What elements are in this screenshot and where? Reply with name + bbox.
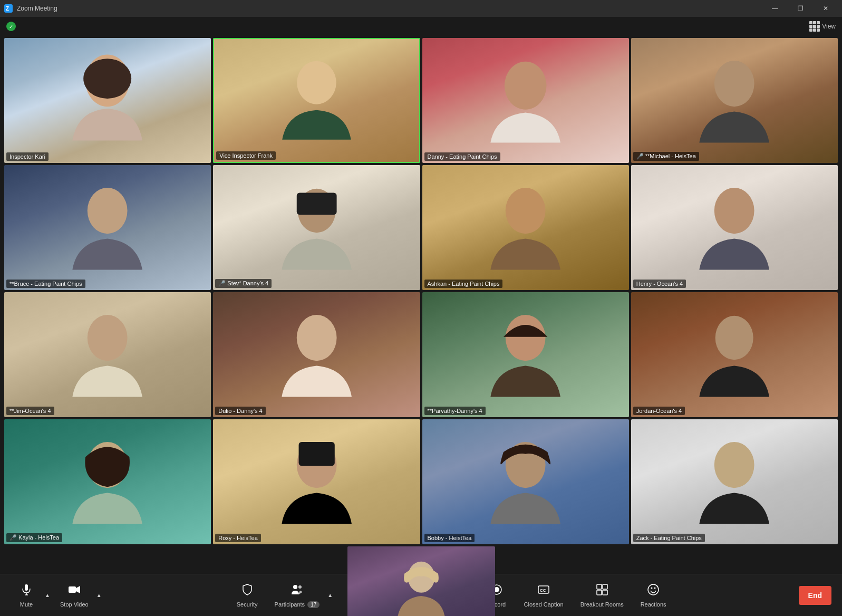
video-cell-bruce[interactable]: **Bruce - Eating Paint Chips bbox=[4, 165, 211, 290]
participant-label-roxy: Roxy - HeisTea bbox=[215, 534, 261, 542]
participant-label-inspector-kari: Inspector Kari bbox=[6, 152, 49, 161]
security-shield-icon: ✓ bbox=[6, 22, 16, 31]
mute-label: Mute bbox=[20, 601, 33, 608]
grid-view-icon bbox=[809, 21, 820, 32]
participants-button[interactable]: Participants 17 bbox=[269, 580, 325, 611]
video-cell-jim[interactable]: **Jim-Ocean's 4 bbox=[4, 292, 211, 417]
maximize-button[interactable]: ❐ bbox=[788, 0, 812, 17]
video-cell-bobby[interactable]: Bobby - HeistTea bbox=[422, 419, 629, 544]
video-cell-zack[interactable]: Zack - Eating Paint Chips bbox=[631, 419, 838, 544]
participant-label-jordan: Jordan-Ocean's 4 bbox=[633, 407, 685, 415]
video-cell-michael[interactable]: 🎤 **Michael - HeisTea bbox=[631, 38, 838, 163]
closed-caption-icon: CC bbox=[537, 583, 550, 599]
end-button[interactable]: End bbox=[799, 586, 831, 605]
reactions-label: Reactions bbox=[641, 601, 666, 608]
microphone-icon bbox=[20, 583, 33, 599]
video-cell-danny[interactable]: Danny - Eating Paint Chips bbox=[422, 38, 629, 163]
titlebar-left: Z Zoom Meeting bbox=[4, 4, 57, 13]
participant-image bbox=[672, 178, 796, 278]
svg-point-4 bbox=[297, 61, 336, 104]
svg-text:Z: Z bbox=[6, 6, 9, 12]
security-button[interactable]: Security bbox=[231, 580, 263, 611]
video-cell-steve[interactable]: 🎤 Stev* Danny's 4 bbox=[213, 165, 420, 290]
participant-label-ashkan: Ashkan - Eating Paint Chips bbox=[424, 280, 503, 288]
view-button[interactable]: View bbox=[809, 21, 836, 32]
breakout-rooms-icon bbox=[596, 583, 608, 599]
participant-image bbox=[45, 305, 169, 405]
svg-point-12 bbox=[88, 315, 128, 361]
stop-video-group[interactable]: Stop Video ▲ bbox=[55, 580, 104, 611]
video-cell-vice-inspector-frank[interactable]: Vice Inspector Frank bbox=[213, 38, 420, 163]
view-label: View bbox=[822, 23, 836, 30]
participant-label-dulio: Dulio - Danny's 4 bbox=[215, 407, 265, 415]
video-cell-dulio[interactable]: Dulio - Danny's 4 bbox=[213, 292, 420, 417]
participant-label-henry: Henry - Ocean's 4 bbox=[633, 280, 686, 288]
participants-count-badge: 17 bbox=[307, 601, 320, 608]
video-cell-kayla[interactable]: 🎤 Kayla - HeisTea bbox=[4, 419, 211, 544]
stop-video-button[interactable]: Stop Video bbox=[55, 580, 94, 611]
participant-label-zack: Zack - Eating Paint Chips bbox=[633, 534, 705, 542]
participants-icon bbox=[291, 583, 303, 599]
video-cell-parvathy[interactable]: **Parvathy-Danny's 4 bbox=[422, 292, 629, 417]
participant-image bbox=[672, 305, 796, 405]
svg-point-13 bbox=[296, 315, 336, 361]
video-cell-roxy[interactable]: Roxy - HeisTea bbox=[213, 419, 420, 544]
participant-label-parvathy: **Parvathy-Danny's 4 bbox=[424, 407, 486, 415]
participant-image bbox=[255, 51, 378, 149]
participant-image bbox=[463, 305, 587, 405]
mute-group[interactable]: Mute ▲ bbox=[11, 580, 53, 611]
svg-point-5 bbox=[505, 62, 547, 110]
svg-point-44 bbox=[651, 587, 653, 589]
mute-caret[interactable]: ▲ bbox=[42, 585, 53, 606]
video-cell-henry[interactable]: Henry - Ocean's 4 bbox=[631, 165, 838, 290]
svg-rect-41 bbox=[597, 590, 602, 595]
participant-image bbox=[255, 432, 379, 532]
svg-point-20 bbox=[714, 441, 754, 487]
mute-button[interactable]: Mute bbox=[11, 580, 42, 611]
closed-caption-button[interactable]: CC Closed Caption bbox=[519, 580, 569, 611]
svg-rect-40 bbox=[603, 584, 607, 589]
svg-text:+: + bbox=[656, 584, 659, 589]
participant-image bbox=[377, 555, 466, 616]
reactions-icon: + bbox=[647, 583, 660, 599]
participant-image bbox=[255, 305, 379, 405]
titlebar-title: Zoom Meeting bbox=[17, 5, 57, 12]
participant-label-michael: 🎤 **Michael - HeisTea bbox=[633, 152, 699, 161]
video-cell-ashkan[interactable]: Ashkan - Eating Paint Chips bbox=[422, 165, 629, 290]
toolbar-right: End bbox=[799, 586, 831, 605]
breakout-rooms-button[interactable]: Breakout Rooms bbox=[575, 580, 629, 611]
main-video-area: Inspector Kari Vice Inspector Frank Dann… bbox=[0, 36, 842, 574]
participant-image bbox=[45, 51, 169, 151]
video-cell-jordan[interactable]: Jordan-Ocean's 4 bbox=[631, 292, 838, 417]
zoom-logo-icon: Z bbox=[4, 4, 13, 13]
participant-image bbox=[255, 178, 379, 278]
stop-video-label: Stop Video bbox=[60, 601, 89, 608]
participant-image bbox=[463, 51, 587, 151]
svg-rect-42 bbox=[603, 590, 607, 595]
topbar: ✓ View bbox=[0, 17, 842, 36]
participant-image bbox=[672, 51, 796, 151]
svg-point-3 bbox=[84, 59, 132, 99]
titlebar: Z Zoom Meeting — ❐ ✕ bbox=[0, 0, 842, 17]
svg-rect-25 bbox=[69, 586, 76, 593]
participant-image bbox=[45, 178, 169, 278]
svg-rect-39 bbox=[597, 584, 602, 589]
video-cell-inspector-kari[interactable]: Inspector Kari bbox=[4, 38, 211, 163]
security-icon bbox=[241, 583, 254, 599]
titlebar-controls[interactable]: — ❐ ✕ bbox=[763, 0, 838, 17]
reactions-button[interactable]: + Reactions bbox=[635, 580, 672, 611]
participants-caret[interactable]: ▲ bbox=[325, 585, 335, 606]
svg-point-27 bbox=[298, 585, 302, 589]
participants-group[interactable]: Participants 17 ▲ bbox=[269, 580, 336, 611]
svg-point-10 bbox=[506, 188, 546, 234]
close-button[interactable]: ✕ bbox=[814, 0, 838, 17]
participant-image bbox=[463, 178, 587, 278]
participant-label-danny: Danny - Eating Paint Chips bbox=[424, 152, 500, 161]
toolbar-left: Mute ▲ Stop Video ▲ bbox=[11, 580, 104, 611]
participants-label: Participants 17 bbox=[275, 601, 320, 608]
svg-point-26 bbox=[293, 585, 297, 589]
video-cell-tanya[interactable]: 🎤 Tanya-Ocean's 4 bbox=[347, 546, 495, 616]
minimize-button[interactable]: — bbox=[763, 0, 787, 17]
video-caret[interactable]: ▲ bbox=[94, 585, 104, 606]
participant-image bbox=[672, 432, 796, 532]
